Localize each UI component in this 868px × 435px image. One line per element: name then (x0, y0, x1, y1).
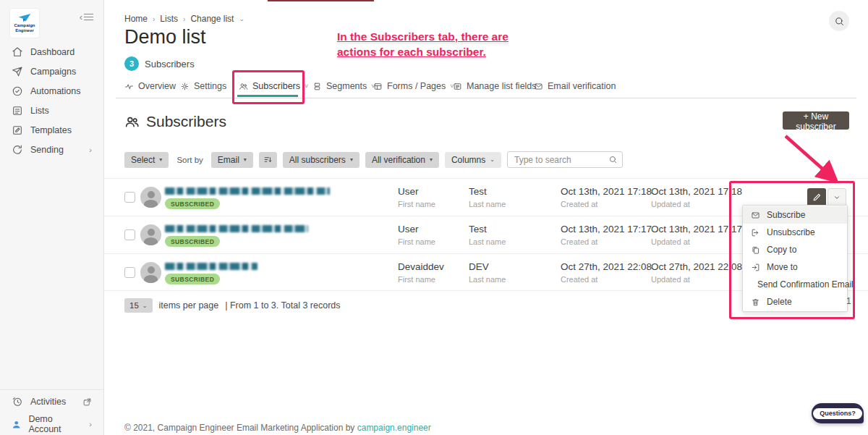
updated-at-label: Updated at (651, 275, 742, 284)
people-icon (124, 114, 140, 130)
created-at-cell: Oct 27th, 2021 22:08 Created at (561, 261, 652, 284)
user-avatar-icon (12, 418, 21, 431)
app-logo[interactable]: Campaign Engineer (10, 9, 39, 38)
screenshot-artifact-line (268, 0, 374, 1)
sidebar-item-lists[interactable]: Lists (0, 101, 103, 120)
list-tabs: Overview Settings Subscribers ˅ Segments… (104, 75, 868, 98)
edit-subscriber-button[interactable] (807, 188, 826, 206)
subscribers-filter-label: All subscribers (289, 155, 346, 165)
chevron-right-icon: › (89, 145, 92, 154)
subscribers-filter-dropdown[interactable]: All subscribers ▾ (283, 152, 359, 168)
new-subscriber-button[interactable]: + New subscriber (783, 111, 849, 130)
menu-item-send-confirmation-email[interactable]: Send Confirmation Email (743, 276, 847, 293)
breadcrumb-separator: › (153, 15, 155, 23)
select-dropdown[interactable]: Select ▾ (124, 152, 169, 168)
breadcrumb-lists[interactable]: Lists (160, 14, 178, 24)
verification-filter-dropdown[interactable]: All verification ▾ (365, 152, 439, 168)
breadcrumb-separator: › (183, 15, 185, 23)
caret-down-icon: ▾ (244, 156, 247, 163)
avatar (140, 224, 161, 245)
magnifier-icon (834, 16, 845, 27)
sidebar-item-sending[interactable]: Sending › (0, 140, 103, 159)
people-icon (239, 82, 248, 91)
search-input[interactable] (507, 151, 623, 168)
first-name-label: First name (398, 200, 435, 208)
hamburger-icon (84, 12, 93, 22)
breadcrumb-change-list[interactable]: Change list (190, 14, 234, 24)
paper-plane-logo-icon (18, 13, 31, 23)
sort-field-label: Email (218, 155, 239, 165)
menu-item-unsubscribe[interactable]: Unsubscribe (743, 224, 847, 241)
caret-down-icon: ⌄ (142, 303, 148, 309)
row-actions-dropdown-button[interactable] (827, 188, 846, 206)
global-search-button[interactable] (829, 11, 849, 31)
menu-item-label: Send Confirmation Email (757, 279, 854, 290)
menu-item-move-to[interactable]: Move to (743, 258, 847, 276)
sort-field-dropdown[interactable]: Email ▾ (211, 152, 253, 168)
menu-item-subscribe[interactable]: Subscribe (743, 206, 847, 224)
first-name-label: First name (398, 237, 435, 246)
sidebar-item-dashboard[interactable]: Dashboard (0, 42, 103, 62)
last-name-cell: Test Last name (469, 224, 506, 246)
partial-text: 1 (846, 296, 851, 306)
row-checkbox[interactable] (124, 229, 135, 240)
last-name-cell: Test Last name (469, 186, 506, 208)
page-size-dropdown[interactable]: 15 ⌄ (124, 298, 153, 313)
sidebar-item-demo-account[interactable]: Demo Account › (0, 413, 103, 435)
chat-widget-label: Questions? (813, 408, 862, 419)
main-content: Home › Lists › Change list ⌄ Demo list 3… (104, 0, 868, 435)
external-link-icon (82, 397, 92, 407)
sidebar-item-label: Activities (30, 397, 66, 407)
tab-overview[interactable]: Overview (124, 81, 176, 91)
menu-item-label: Unsubscribe (767, 227, 815, 237)
sort-by-label: Sort by (174, 156, 205, 164)
columns-dropdown[interactable]: Columns ⌄ (445, 152, 501, 168)
sidebar-item-templates[interactable]: Templates (0, 120, 103, 140)
list-icon (12, 105, 23, 117)
tab-email-verification[interactable]: Email verification (534, 81, 616, 91)
tab-settings[interactable]: Settings (180, 81, 226, 91)
sidebar-item-label: Dashboard (30, 47, 75, 57)
row-actions-menu: Subscribe Unsubscribe Copy to Move to Se… (742, 205, 848, 312)
tab-label: Manage list fields (467, 81, 537, 91)
first-name-cell: Devaiddev First name (398, 261, 444, 284)
envelope-icon (751, 211, 760, 220)
caret-down-icon: ▾ (430, 156, 433, 163)
menu-item-label: Subscribe (767, 210, 805, 220)
move-to-icon (751, 263, 760, 272)
menu-item-delete[interactable]: Delete (743, 293, 847, 311)
app-window: Campaign Engineer ‹ Dashboard Campaigns … (0, 0, 868, 435)
last-name-value: Test (469, 186, 506, 197)
sidebar-item-campaigns[interactable]: Campaigns (0, 62, 103, 81)
last-name-value: DEV (469, 261, 506, 272)
sort-order-button[interactable] (259, 152, 277, 168)
menu-item-copy-to[interactable]: Copy to (743, 241, 847, 258)
sidebar-item-automations[interactable]: Automations (0, 81, 103, 101)
first-name-cell: User First name (398, 224, 435, 246)
annotation-line1: In the Subscribers tab, there are (337, 29, 509, 44)
sidebar-collapse-button[interactable]: ‹ (80, 12, 93, 22)
created-at-label: Created at (561, 200, 652, 208)
chat-widget-button[interactable]: Questions? (812, 403, 864, 423)
tab-segments[interactable]: Segments ˅ (312, 81, 375, 91)
status-badge: SUBSCRIBED (165, 274, 220, 284)
breadcrumb-home[interactable]: Home (124, 14, 148, 24)
created-at-cell: Oct 13th, 2021 17:18 Created at (561, 186, 652, 208)
breadcrumb: Home › Lists › Change list ⌄ (124, 14, 244, 24)
tab-subscribers[interactable]: Subscribers ˅ (239, 81, 308, 91)
trash-icon (751, 297, 760, 307)
magnifier-icon (608, 155, 618, 164)
first-name-value: Devaiddev (398, 261, 444, 272)
copy-icon (751, 245, 760, 255)
row-checkbox[interactable] (124, 267, 135, 278)
footer-link[interactable]: campaign.engineer (357, 423, 431, 433)
row-checkbox[interactable] (124, 192, 135, 203)
chevron-down-icon[interactable]: ⌄ (239, 15, 244, 22)
tab-label: Overview (138, 81, 176, 91)
sidebar-item-activities[interactable]: Activities (0, 390, 103, 413)
updated-at-cell: Oct 13th, 2021 17:18 Updated at (651, 186, 742, 208)
last-name-value: Test (469, 224, 506, 235)
tab-forms-pages[interactable]: Forms / Pages ˅ (373, 81, 454, 91)
redacted-email (165, 263, 258, 270)
tab-manage-list-fields[interactable]: Manage list fields (453, 81, 537, 91)
